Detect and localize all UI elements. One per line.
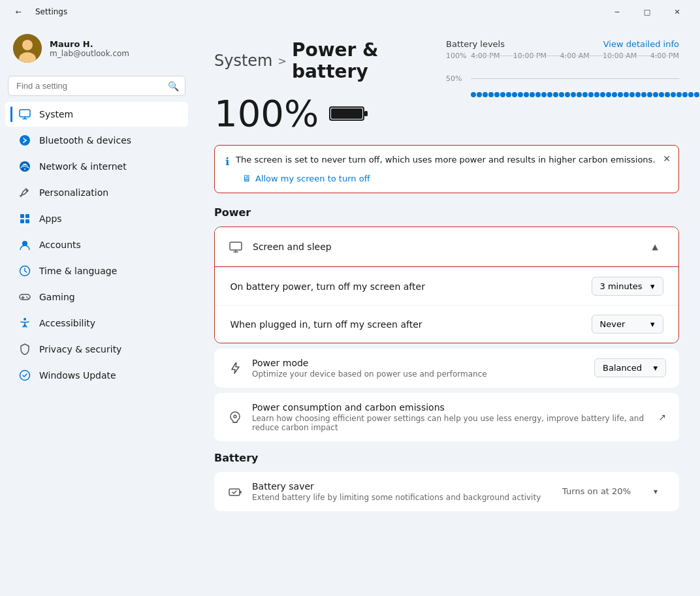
sidebar-item-network[interactable]: Network & internet [5, 154, 188, 179]
sidebar-item-privacy[interactable]: Privacy & security [5, 337, 188, 362]
chart-dot [524, 92, 529, 97]
info-banner-close[interactable]: ✕ [663, 153, 671, 164]
sidebar-item-windows-update-label: Windows Update [39, 370, 116, 381]
sidebar-item-time[interactable]: Time & language [5, 259, 188, 283]
sidebar-item-accounts-label: Accounts [39, 240, 81, 250]
battery-sleep-value: 3 minutes [600, 281, 643, 291]
chart-dot [506, 92, 511, 97]
plugged-sleep-dropdown[interactable]: Never ▾ [592, 315, 663, 334]
info-banner: ℹ The screen is set to never turn off, w… [214, 145, 679, 193]
minimize-button[interactable]: ─ [602, 1, 632, 22]
network-icon [18, 160, 31, 173]
apps-icon [18, 212, 31, 225]
chart-dot [612, 92, 617, 97]
battery-section-heading: Battery [214, 452, 679, 464]
chart-area: 100% 50% 4:00 PM 10:00 PM [446, 52, 679, 110]
sidebar-item-bluetooth[interactable]: Bluetooth & devices [5, 128, 188, 153]
allow-screen-link[interactable]: 🖥 Allow my screen to turn off [242, 173, 668, 183]
titlebar-left: ← Settings [8, 1, 67, 22]
power-mode-row[interactable]: Power mode Optimize your device based on… [214, 349, 679, 388]
chart-dot [541, 92, 547, 97]
chart-dot [565, 92, 570, 97]
search-input[interactable] [8, 76, 185, 96]
sidebar-item-personalization[interactable]: Personalization [5, 180, 188, 205]
battery-saver-turns-on: Turns on at 20% [562, 486, 631, 496]
gaming-icon [18, 290, 31, 304]
chart-dot [618, 92, 623, 97]
sidebar-item-time-label: Time & language [39, 266, 117, 276]
power-consumption-icon [227, 409, 243, 425]
chart-dot [488, 92, 494, 97]
chart-dot [635, 92, 641, 97]
screen-sleep-collapse-btn[interactable]: ▲ [644, 236, 665, 257]
chart-dot [641, 92, 646, 97]
chart-dot [671, 92, 676, 97]
battery-sleep-dropdown[interactable]: 3 minutes ▾ [592, 277, 663, 296]
chart-dot [647, 92, 652, 97]
power-consumption-row[interactable]: Power consumption and carbon emissions L… [214, 393, 679, 441]
sidebar-item-privacy-label: Privacy & security [39, 344, 121, 354]
battery-icon [329, 104, 368, 123]
battery-sleep-row: On battery power, turn off my screen aft… [215, 267, 679, 305]
chart-dot [682, 92, 688, 97]
user-section[interactable]: Mauro H. m_lab@outlook.com [0, 24, 193, 73]
svg-rect-21 [331, 108, 362, 119]
chart-dot [694, 92, 699, 97]
sidebar-item-accessibility[interactable]: Accessibility [5, 311, 188, 336]
system-icon [18, 108, 31, 121]
svg-rect-9 [25, 214, 29, 218]
screen-sleep-card: Screen and sleep ▲ On battery power, tur… [214, 227, 679, 343]
sidebar-item-apps-label: Apps [39, 213, 62, 224]
svg-point-4 [20, 135, 30, 146]
battery-levels-label: Battery levels [446, 39, 505, 49]
sidebar-item-system[interactable]: System [5, 102, 188, 127]
view-detailed-link[interactable]: View detailed info [603, 39, 679, 49]
chart-dot [629, 92, 635, 97]
personalization-icon [18, 186, 31, 199]
svg-point-16 [27, 298, 29, 299]
battery-saver-expand-btn[interactable]: ▾ [645, 481, 666, 502]
svg-rect-10 [20, 219, 24, 223]
screen-sleep-header[interactable]: Screen and sleep ▲ [215, 227, 678, 266]
chart-dot [688, 92, 693, 97]
plugged-sleep-value: Never [600, 319, 626, 329]
power-mode-chevron-icon: ▾ [653, 363, 658, 373]
svg-point-23 [234, 415, 236, 418]
power-consumption-card: Power consumption and carbon emissions L… [214, 393, 679, 441]
chart-dots [471, 92, 679, 97]
chart-dot [494, 92, 500, 97]
chart-dot [535, 92, 541, 97]
screen-sleep-icon [228, 239, 244, 255]
accounts-icon [18, 238, 31, 251]
battery-saver-icon [227, 484, 243, 499]
chart-dot [483, 92, 488, 97]
close-button[interactable]: ✕ [662, 1, 692, 22]
sidebar-item-gaming[interactable]: Gaming [5, 285, 188, 309]
chart-line-100: 100% [446, 52, 679, 60]
sidebar-item-windows-update[interactable]: Windows Update [5, 363, 188, 388]
chart-lines: 100% 50% [446, 52, 679, 97]
power-section-heading: Power [214, 206, 679, 219]
chart-dot [594, 92, 599, 97]
sidebar: Mauro H. m_lab@outlook.com 🔍 System [0, 24, 193, 596]
back-button[interactable]: ← [8, 1, 29, 22]
battery-chart: Battery levels View detailed info 100% 5… [446, 39, 679, 110]
privacy-icon [18, 343, 31, 356]
info-banner-content: ℹ The screen is set to never turn off, w… [225, 155, 668, 168]
breadcrumb: System > Power & battery [214, 39, 446, 82]
battery-saver-row[interactable]: Battery saver Extend battery life by lim… [214, 472, 679, 511]
sidebar-item-apps[interactable]: Apps [5, 206, 188, 231]
chart-dot [553, 92, 558, 97]
battery-main: 100% [214, 95, 446, 132]
allow-link-text: Allow my screen to turn off [255, 174, 370, 183]
svg-point-6 [24, 168, 25, 170]
user-email: m_lab@outlook.com [50, 49, 129, 58]
svg-point-15 [26, 296, 27, 298]
power-mode-dropdown[interactable]: Balanced ▾ [594, 358, 666, 377]
sidebar-item-personalization-label: Personalization [39, 187, 108, 198]
power-consumption-label: Power consumption and carbon emissions L… [252, 402, 649, 432]
window-controls: ─ □ ✕ [602, 1, 692, 22]
sidebar-item-accounts[interactable]: Accounts [5, 232, 188, 257]
user-name: Mauro H. [50, 39, 129, 49]
maximize-button[interactable]: □ [632, 1, 662, 22]
